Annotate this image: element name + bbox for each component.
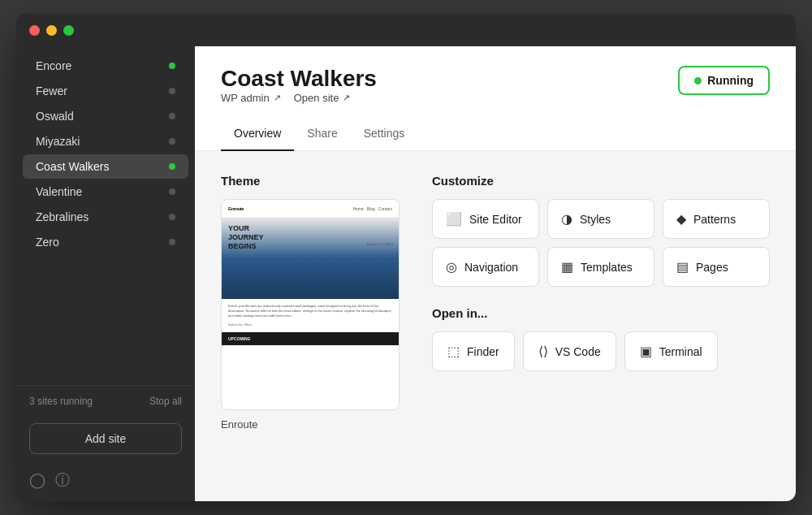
preview-body-more: Explore Our Offers	[228, 323, 392, 327]
templates-icon: ▦	[561, 259, 573, 275]
patterns-button[interactable]: ◆Patterns	[663, 199, 770, 239]
pages-button[interactable]: ▤Pages	[663, 247, 770, 287]
patterns-icon: ◆	[676, 211, 686, 227]
preview-hero-text: YOURJOURNEYBEGINS	[228, 224, 264, 250]
theme-preview[interactable]: Enroute Home Blog Contact	[221, 199, 400, 410]
sidebar-list: EncoreFewerOswaldMiyazakiCoast WalkersVa…	[16, 46, 195, 385]
sidebar-item-fewer[interactable]: Fewer	[23, 79, 188, 103]
stop-all-button[interactable]: Stop all	[149, 396, 182, 407]
status-dot	[169, 138, 175, 145]
sidebar-item-coast-walkers[interactable]: Coast Walkers	[23, 154, 188, 179]
add-site-button[interactable]: Add site	[29, 423, 182, 454]
main-content: Coast Walkers WP admin ↗ Open site ↗	[195, 46, 796, 501]
main-header: Coast Walkers WP admin ↗ Open site ↗	[195, 46, 796, 151]
sidebar-item-valentine[interactable]: Valentine	[23, 180, 188, 204]
status-dot	[169, 88, 175, 94]
sidebar-item-label: Zebralines	[36, 210, 89, 223]
site-editor-button[interactable]: ⬜Site Editor	[432, 199, 539, 239]
preview-header: Enroute Home Blog Contact	[222, 200, 399, 218]
styles-icon: ◑	[561, 211, 572, 227]
running-badge: Running	[678, 66, 770, 95]
preview-body: Enrich your life with our meticulously c…	[222, 299, 399, 332]
status-dot	[169, 163, 175, 170]
customize-grid: ⬜Site Editor◑Styles◆Patterns◎Navigation▦…	[432, 199, 770, 287]
tab-share[interactable]: Share	[294, 119, 350, 151]
customize-section-title: Customize	[432, 174, 770, 188]
traffic-lights	[29, 25, 74, 36]
styles-label: Styles	[580, 213, 611, 226]
close-button[interactable]	[29, 25, 40, 36]
site-editor-icon: ⬜	[446, 211, 462, 227]
finder-open-button[interactable]: ⬚Finder	[432, 331, 515, 371]
external-link-icon-2: ↗	[343, 93, 350, 103]
open-in-section: Open in... ⬚Finder⟨⟩VS Code▣Terminal	[432, 306, 770, 371]
vscode-open-button[interactable]: ⟨⟩VS Code	[523, 331, 616, 371]
sidebar-item-label: Oswald	[36, 110, 74, 123]
running-dot	[694, 77, 702, 84]
preview-hero-bg: YOURJOURNEYBEGINS Explore Our Offers	[222, 218, 399, 299]
terminal-label: Terminal	[659, 345, 702, 358]
open-in-grid: ⬚Finder⟨⟩VS Code▣Terminal	[432, 331, 770, 371]
sidebar-item-label: Fewer	[36, 84, 67, 97]
sidebar-item-zero[interactable]: Zero	[23, 230, 188, 254]
theme-section: Theme Enroute Home Blog Contact	[221, 174, 400, 431]
app-body: EncoreFewerOswaldMiyazakiCoast WalkersVa…	[16, 46, 796, 501]
tab-overview[interactable]: Overview	[221, 119, 294, 151]
customize-section: Customize ⬜Site Editor◑Styles◆Patterns◎N…	[432, 174, 770, 431]
sidebar-footer: 3 sites running Stop all	[16, 385, 195, 417]
main-header-top: Coast Walkers WP admin ↗ Open site ↗	[221, 66, 770, 115]
vscode-label: VS Code	[555, 345, 601, 358]
tab-settings[interactable]: Settings	[351, 119, 418, 151]
minimize-button[interactable]	[46, 25, 57, 36]
sidebar-item-label: Encore	[36, 59, 71, 72]
preview-nav: Home Blog Contact	[352, 206, 392, 211]
navigation-button[interactable]: ◎Navigation	[432, 247, 539, 287]
tabs: OverviewShareSettings	[221, 119, 770, 150]
sidebar-item-zebralines[interactable]: Zebralines	[23, 205, 188, 229]
open-site-link[interactable]: Open site ↗	[294, 92, 351, 104]
pages-icon: ▤	[676, 259, 689, 275]
sidebar-item-oswald[interactable]: Oswald	[23, 104, 188, 128]
app-window: EncoreFewerOswaldMiyazakiCoast WalkersVa…	[16, 14, 796, 501]
navigation-label: Navigation	[464, 261, 518, 274]
sidebar-item-encore[interactable]: Encore	[23, 54, 188, 78]
status-dot	[169, 113, 175, 119]
site-editor-label: Site Editor	[469, 213, 522, 226]
help-icon[interactable]: ⓘ	[55, 470, 70, 490]
patterns-label: Patterns	[693, 213, 736, 226]
sidebar-item-miyazaki[interactable]: Miyazaki	[23, 129, 188, 154]
user-icon[interactable]: ◯	[29, 471, 45, 489]
styles-button[interactable]: ◑Styles	[547, 199, 654, 239]
preview-logo: Enroute	[228, 206, 244, 211]
sidebar-icons-row: ◯ ⓘ	[16, 464, 195, 501]
site-links: WP admin ↗ Open site ↗	[221, 92, 377, 104]
terminal-icon: ▣	[640, 344, 652, 359]
titlebar	[16, 14, 796, 46]
vscode-icon: ⟨⟩	[538, 344, 548, 359]
status-dot	[169, 63, 175, 69]
preview-footer: UPCOMING	[222, 332, 399, 345]
theme-section-title: Theme	[221, 174, 400, 188]
preview-hero: YOURJOURNEYBEGINS Explore Our Offers	[222, 218, 399, 299]
preview-subtext: Explore Our Offers	[345, 242, 394, 247]
status-dot	[169, 239, 175, 245]
maximize-button[interactable]	[63, 25, 74, 36]
finder-icon: ⬚	[447, 344, 460, 359]
sites-running-text: 3 sites running	[29, 396, 93, 407]
wp-admin-link[interactable]: WP admin ↗	[221, 92, 281, 104]
sidebar-item-label: Coast Walkers	[36, 160, 110, 173]
site-title: Coast Walkers	[221, 66, 377, 92]
templates-label: Templates	[581, 261, 633, 274]
terminal-open-button[interactable]: ▣Terminal	[624, 331, 718, 371]
finder-label: Finder	[467, 345, 499, 358]
pages-label: Pages	[696, 261, 728, 274]
preview-hero-title: YOURJOURNEYBEGINS	[228, 224, 264, 250]
templates-button[interactable]: ▦Templates	[547, 247, 654, 287]
status-dot	[169, 188, 175, 195]
theme-preview-inner: Enroute Home Blog Contact	[222, 200, 399, 409]
external-link-icon: ↗	[274, 93, 281, 103]
sidebar-item-label: Miyazaki	[36, 135, 80, 148]
open-in-title: Open in...	[432, 306, 770, 320]
sidebar: EncoreFewerOswaldMiyazakiCoast WalkersVa…	[16, 46, 195, 501]
preview-footer-text: UPCOMING	[228, 336, 392, 341]
